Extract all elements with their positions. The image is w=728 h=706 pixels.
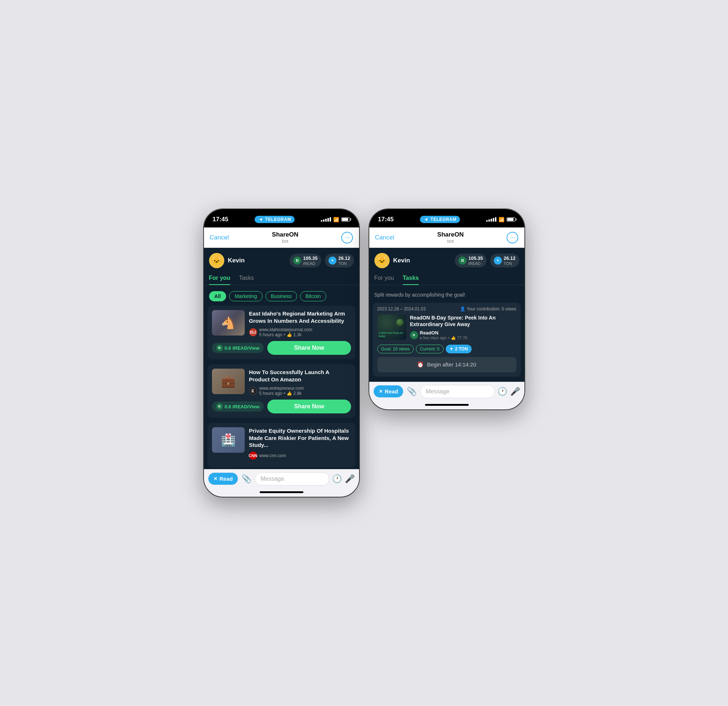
avatar-left: 🐱 bbox=[209, 253, 224, 268]
task-timer: ⏰ Begin after 14:14:20 bbox=[377, 357, 516, 372]
telegram-plane-icon-right bbox=[423, 217, 429, 222]
message-input-left[interactable]: Message bbox=[255, 473, 329, 486]
ton-icon-left: ▼ bbox=[328, 256, 337, 265]
cancel-button-right[interactable]: Cancel bbox=[375, 234, 394, 241]
source-icon-1: ISJ bbox=[249, 328, 257, 336]
article-title-2: How To Successfully Launch A Product On … bbox=[249, 369, 351, 383]
read-button-left[interactable]: ✕ Read bbox=[208, 473, 238, 485]
tabs-right: For you Tasks bbox=[369, 272, 524, 285]
nav-title-left: ShareON bbox=[272, 231, 299, 238]
cat-bitcoin[interactable]: Bitcoin bbox=[300, 291, 326, 301]
user-header-left: 🐱 Kevin R 105.35 tREAD ▼ 26.12 TON bbox=[204, 248, 359, 272]
task-thumb-text: y Spree and Enjoy anAway! bbox=[379, 331, 403, 338]
tab-tasks-left[interactable]: Tasks bbox=[239, 272, 254, 285]
source-icon-2: E bbox=[249, 387, 257, 395]
signal-bar-5 bbox=[329, 217, 331, 222]
attachment-icon-left[interactable]: 📎 bbox=[241, 474, 252, 484]
signal-bar-r1 bbox=[486, 220, 488, 222]
more-button-right[interactable]: ··· bbox=[507, 232, 518, 243]
telegram-badge-right: TELEGRAM bbox=[420, 216, 460, 223]
article-meta-1: ISJ www.idahostatejournal.com 5 hours ag… bbox=[249, 327, 351, 337]
signal-bar-1 bbox=[321, 220, 322, 222]
article-info-1: East Idaho's Regional Marketing Arm Grow… bbox=[249, 310, 351, 337]
nav-bar-right: Cancel ShareON bot ··· bbox=[369, 228, 524, 248]
screenshot-wrapper: 17:45 TELEGRAM 📶 Cance bbox=[203, 209, 525, 497]
task-date-row: 2023.12.28 – 2024.01.03 👤 Your contribut… bbox=[373, 303, 521, 314]
message-input-right[interactable]: Message bbox=[420, 385, 494, 398]
source-icon-3: CNN bbox=[249, 452, 257, 460]
article-source-details-2: www.entrepreneur.com 5 hours ago • 👍 2.8… bbox=[259, 386, 304, 396]
article-meta-3: CNN www.cnn.com bbox=[249, 452, 351, 460]
user-header-right: 🐱 Kevin R 105.35 tREAD ▼ 26.12 TON bbox=[369, 248, 524, 272]
signal-bar-r4 bbox=[493, 218, 494, 222]
article-title-1: East Idaho's Regional Marketing Arm Grow… bbox=[249, 310, 351, 324]
more-button-left[interactable]: ··· bbox=[341, 232, 353, 243]
nav-center-left: ShareON bot bbox=[272, 231, 299, 244]
article-actions-1: R 0.6 tREAD/View Share Now bbox=[212, 341, 351, 355]
article-top-1: East Idaho's Regional Marketing Arm Grow… bbox=[212, 310, 351, 337]
tab-tasks-right[interactable]: Tasks bbox=[403, 272, 419, 285]
attachment-icon-right[interactable]: 📎 bbox=[406, 387, 417, 396]
article-info-2: How To Successfully Launch A Product On … bbox=[249, 369, 351, 396]
nav-subtitle-left: bot bbox=[272, 238, 299, 244]
avatar-right: 🐱 bbox=[374, 253, 390, 268]
task-goal-stat: Goal: 10 views bbox=[377, 344, 414, 353]
battery-icon-left bbox=[341, 217, 350, 222]
home-indicator-left bbox=[260, 491, 303, 493]
signal-bar-r3 bbox=[491, 219, 492, 222]
ton-token-badge-left: ▼ 26.12 TON bbox=[325, 254, 354, 268]
read-button-right[interactable]: ✕ Read bbox=[374, 385, 403, 398]
nav-center-right: ShareON bot bbox=[438, 231, 464, 244]
clock-icon-left[interactable]: 🕐 bbox=[332, 474, 342, 484]
battery-fill-right bbox=[507, 218, 513, 221]
ton-icon-right: ▼ bbox=[494, 256, 502, 265]
ton-amount-right: 26.12 TON bbox=[504, 255, 516, 266]
tasks-hint: Split rewards by accomplishing the goal! bbox=[369, 288, 524, 303]
nav-subtitle-right: bot bbox=[438, 238, 464, 244]
time-left: 17:45 bbox=[213, 216, 228, 223]
reward-icon-1: R bbox=[216, 344, 223, 351]
read-x-icon-right: ✕ bbox=[379, 389, 383, 394]
clock-icon-right[interactable]: 🕐 bbox=[497, 387, 507, 396]
signal-bars-left bbox=[321, 217, 331, 222]
reward-icon-2: R bbox=[216, 403, 223, 410]
read-icon-left: R bbox=[293, 256, 301, 265]
task-card-main: 2023.12.28 – 2024.01.03 👤 Your contribut… bbox=[373, 303, 521, 376]
wifi-icon-right: 📶 bbox=[498, 217, 504, 222]
cancel-button-left[interactable]: Cancel bbox=[210, 234, 229, 241]
time-right: 17:45 bbox=[378, 216, 394, 223]
ton-token-badge-right: ▼ 26.12 TON bbox=[490, 254, 519, 268]
cat-all[interactable]: All bbox=[209, 291, 227, 301]
task-thumb: y Spree and Enjoy anAway! bbox=[377, 314, 406, 340]
cat-business[interactable]: Business bbox=[266, 291, 297, 301]
read-reward-2: R 0.6 tREAD/View bbox=[212, 401, 264, 412]
task-source-icon: R bbox=[410, 331, 418, 339]
task-current-stat: Current: 0 bbox=[416, 344, 443, 353]
article-source-details-1: www.idahostatejournal.com 5 hours ago • … bbox=[259, 327, 312, 337]
telegram-plane-icon bbox=[258, 217, 263, 222]
username-left: Kevin bbox=[228, 257, 286, 264]
task-article-row: y Spree and Enjoy anAway! ReadON B-Day S… bbox=[373, 314, 521, 344]
bottom-bar-left: ✕ Read 📎 Message 🕐 🎤 bbox=[204, 469, 359, 488]
article-top-2: How To Successfully Launch A Product On … bbox=[212, 369, 351, 396]
article-card-2: How To Successfully Launch A Product On … bbox=[208, 364, 355, 418]
article-title-3: Private Equity Ownership Of Hospitals Ma… bbox=[249, 427, 351, 449]
tab-foryou-right[interactable]: For you bbox=[374, 272, 394, 285]
share-now-button-2[interactable]: Share Now bbox=[267, 399, 351, 414]
left-phone: 17:45 TELEGRAM 📶 Cance bbox=[203, 209, 360, 497]
task-thumb-ball bbox=[396, 319, 403, 326]
cat-marketing[interactable]: Marketing bbox=[229, 291, 262, 301]
username-right: Kevin bbox=[393, 257, 452, 264]
article-thumb-2 bbox=[212, 369, 245, 394]
wifi-icon-left: 📶 bbox=[333, 217, 339, 222]
mic-icon-left[interactable]: 🎤 bbox=[345, 474, 355, 484]
read-reward-1: R 0.6 tREAD/View bbox=[212, 343, 264, 353]
share-now-button-1[interactable]: Share Now bbox=[267, 341, 351, 355]
article-card-3: Private Equity Ownership Of Hospitals Ma… bbox=[208, 423, 355, 468]
tab-foryou-left[interactable]: For you bbox=[209, 272, 231, 285]
telegram-label-right: TELEGRAM bbox=[430, 217, 456, 222]
signal-bar-4 bbox=[327, 218, 329, 222]
signal-bars-right bbox=[486, 217, 496, 222]
app-content-right: 🐱 Kevin R 105.35 tREAD ▼ 26.12 TON bbox=[369, 248, 524, 381]
mic-icon-right[interactable]: 🎤 bbox=[510, 387, 520, 396]
